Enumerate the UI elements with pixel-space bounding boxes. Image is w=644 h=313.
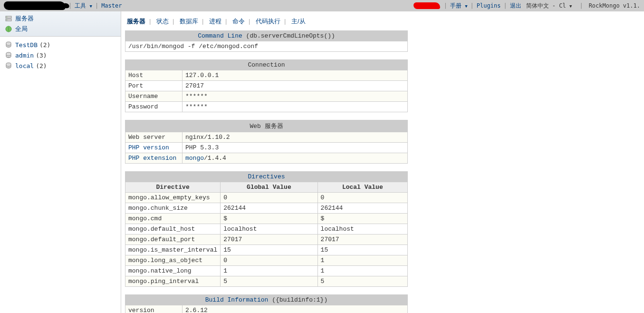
plugins-link[interactable]: Plugins (477, 2, 501, 9)
dir-name: mongo.ping_interval (125, 276, 221, 287)
cmdline-title-link[interactable]: Command Line (198, 32, 242, 39)
logo-redacted (4, 1, 66, 10)
buildinfo-title-link[interactable]: Build Information (205, 296, 269, 303)
database-list: TestDB (2)admin (3)local (2) (0, 37, 121, 74)
conn-val: 27017 (183, 81, 408, 91)
directives-table: Directives Directive Global Value Local … (125, 171, 408, 287)
tab-status[interactable]: 状态 (156, 18, 169, 25)
db-name: admin (15, 52, 34, 59)
col-directive: Directive (125, 182, 221, 193)
tab-master-slave[interactable]: 主/从 (291, 18, 306, 25)
separator: | (444, 2, 447, 9)
dir-local: 15 (317, 245, 407, 255)
db-item[interactable]: TestDB (2) (0, 39, 121, 50)
tab-server[interactable]: 服务器 (127, 18, 145, 25)
dir-global: localhost (221, 224, 317, 235)
top-bar: | 工具 ▼ | Master | 手册 ▼ | Plugins | 退出 简体… (0, 0, 644, 11)
dir-name: mongo.chunk_size (125, 203, 221, 214)
conn-key: Username (125, 91, 183, 102)
dir-global: $ (221, 214, 317, 224)
web-val: PHP 5.3.3 (183, 143, 408, 153)
build-key: version (125, 305, 183, 313)
dir-local: $ (317, 214, 407, 224)
col-global: Global Value (221, 182, 317, 193)
web-val-link[interactable]: mongo (185, 155, 204, 162)
col-local: Local Value (317, 182, 407, 193)
dir-global: 262144 (221, 203, 317, 214)
logout-link[interactable]: 退出 (510, 2, 521, 10)
tab-databases[interactable]: 数据库 (180, 18, 198, 25)
database-icon (5, 62, 12, 69)
dir-name: mongo.allow_empty_keys (125, 193, 221, 203)
version-label: RockMongo v1.1. (589, 2, 640, 9)
dir-local: localhost (317, 224, 407, 235)
dir-global: 0 (221, 193, 317, 203)
buildinfo-table: Build Information ({buildinfo:1}) versio… (125, 294, 408, 313)
cmdline-value: /usr/bin/mongod -f /etc/mongod.conf (125, 41, 408, 52)
cmdline-header: Command Line (db.serverCmdLineOpts()) (125, 31, 408, 41)
user-redacted (413, 2, 440, 9)
dir-name: mongo.cmd (125, 214, 221, 224)
main-content: 服务器| 状态| 数据库| 进程| 命令| 代码执行| 主/从 Command … (121, 11, 644, 313)
web-val: nginx/1.10.2 (183, 132, 408, 143)
separator: | (471, 2, 474, 9)
chevron-down-icon: ▼ (89, 4, 92, 9)
dir-local: 27017 (317, 235, 407, 245)
connection-table: Connection Host127.0.0.1Port27017Usernam… (125, 59, 408, 112)
tab-bar: 服务器| 状态| 数据库| 进程| 命令| 代码执行| 主/从 (125, 15, 644, 30)
tab-processes[interactable]: 进程 (209, 18, 221, 25)
lang-select[interactable]: 简体中文 - Cl ▼ (526, 2, 572, 10)
conn-val: ****** (183, 102, 408, 112)
separator: | (579, 2, 583, 9)
conn-val: ****** (183, 91, 408, 102)
tab-command[interactable]: 命令 (232, 18, 245, 25)
dir-global: 15 (221, 245, 317, 255)
connection-header: Connection (125, 60, 408, 70)
db-item[interactable]: local (2) (0, 60, 121, 71)
sidebar-server[interactable]: 服务器 (0, 13, 121, 24)
tab-execute[interactable]: 代码执行 (256, 18, 280, 25)
dir-local: 5 (317, 276, 407, 287)
db-name: TestDB (15, 41, 38, 49)
svg-point-2 (7, 17, 8, 18)
tools-menu[interactable]: 工具 ▼ (75, 2, 92, 10)
sidebar-item-label: 服务器 (15, 14, 34, 23)
dir-local: 1 (317, 255, 407, 266)
sidebar-global[interactable]: 全局 (0, 24, 121, 34)
conn-key: Port (125, 81, 183, 91)
dir-global: 5 (221, 276, 317, 287)
manual-menu[interactable]: 手册 ▼ (450, 2, 468, 10)
dir-name: mongo.is_master_interval (125, 245, 221, 255)
web-val: mongo/1.4.4 (183, 153, 408, 164)
dir-name: mongo.default_port (125, 235, 221, 245)
dir-local: 1 (317, 266, 407, 276)
web-key-link[interactable]: PHP version (128, 144, 169, 151)
dir-local: 0 (317, 193, 407, 203)
db-count: (3) (36, 52, 47, 59)
db-name: local (15, 62, 34, 69)
database-icon (5, 41, 12, 49)
dir-global: 0 (221, 255, 317, 266)
db-count: (2) (36, 62, 47, 69)
db-item[interactable]: admin (3) (0, 50, 121, 60)
dir-global: 1 (221, 266, 317, 276)
conn-key: Host (125, 70, 183, 81)
build-val: 2.6.12 (183, 305, 408, 313)
dir-global: 27017 (221, 235, 317, 245)
dir-name: mongo.default_host (125, 224, 221, 235)
web-key-link[interactable]: PHP extension (128, 155, 176, 162)
sidebar-item-label: 全局 (15, 25, 28, 33)
directives-title-link[interactable]: Directives (248, 173, 285, 180)
dir-name: mongo.long_as_object (125, 255, 221, 266)
buildinfo-header: Build Information ({buildinfo:1}) (125, 295, 408, 305)
directives-header: Directives (125, 172, 408, 182)
server-icon (5, 15, 12, 22)
chevron-down-icon: ▼ (569, 4, 572, 9)
separator: | (503, 2, 507, 9)
master-link[interactable]: Master (101, 2, 122, 9)
sidebar: 服务器 全局 TestDB (2)admin (3)local (2) (0, 11, 121, 313)
globe-icon (5, 25, 12, 33)
db-count: (2) (39, 41, 50, 49)
webserver-header: Web 服务器 (125, 120, 408, 132)
conn-val: 127.0.0.1 (183, 70, 408, 81)
